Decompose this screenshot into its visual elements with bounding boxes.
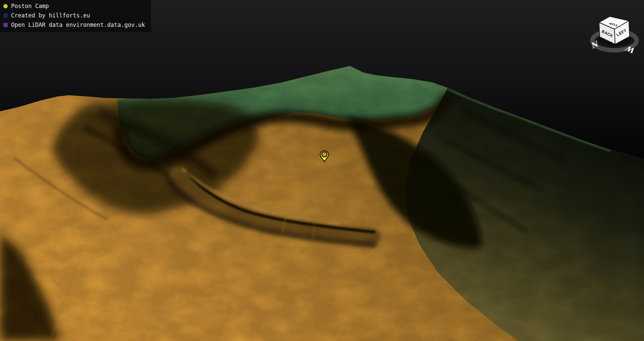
lidar-3d-viewport[interactable]: N W TOP BACK LEFT Poston Camp Created by…: [0, 0, 644, 341]
pin-hole: [322, 152, 327, 157]
legend-item-credit: Created by hillforts.eu: [3, 12, 145, 19]
legend-item-label: Poston Camp: [11, 2, 49, 10]
legend-panel: Poston Camp Created by hillforts.eu Open…: [0, 0, 151, 32]
legend-credit-swatch: [3, 13, 8, 18]
legend-source-swatch: [3, 23, 8, 27]
legend-marker-swatch: [3, 4, 8, 8]
legend-item-label: Created by hillforts.eu: [11, 12, 90, 19]
legend-item-data-source: Open LiDAR data environment.data.gov.uk: [3, 21, 145, 29]
legend-item-poston-camp: Poston Camp: [3, 2, 145, 10]
terrain-render: N W TOP BACK LEFT: [0, 0, 644, 341]
legend-item-label: Open LiDAR data environment.data.gov.uk: [11, 21, 145, 29]
